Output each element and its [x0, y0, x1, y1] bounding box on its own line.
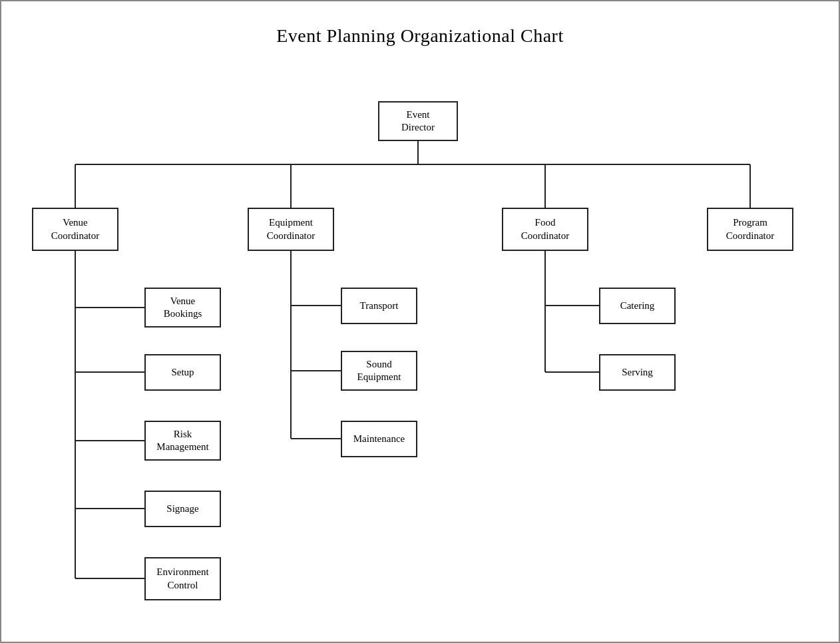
box-environment-control: Environment Control: [144, 557, 221, 600]
box-event-director: Event Director: [378, 101, 458, 141]
chart-area: Event Director Venue Coordinator Equipme…: [1, 61, 840, 634]
box-venue-coordinator: Venue Coordinator: [32, 208, 118, 251]
box-food-coordinator: Food Coordinator: [502, 208, 588, 251]
box-program-coordinator: Program Coordinator: [707, 208, 793, 251]
connectors-svg: [1, 61, 840, 634]
chart-title: Event Planning Organizational Chart: [1, 1, 839, 47]
box-maintenance: Maintenance: [341, 421, 417, 457]
box-setup: Setup: [144, 354, 221, 391]
box-signage: Signage: [144, 491, 221, 527]
box-catering: Catering: [599, 288, 676, 324]
box-venue-bookings: Venue Bookings: [144, 288, 221, 327]
box-equipment-coordinator: Equipment Coordinator: [248, 208, 334, 251]
box-serving: Serving: [599, 354, 676, 391]
box-risk-management: Risk Management: [144, 421, 221, 461]
page: Event Planning Organizational Chart: [0, 0, 840, 643]
box-transport: Transport: [341, 288, 417, 324]
box-sound-equipment: Sound Equipment: [341, 351, 417, 391]
